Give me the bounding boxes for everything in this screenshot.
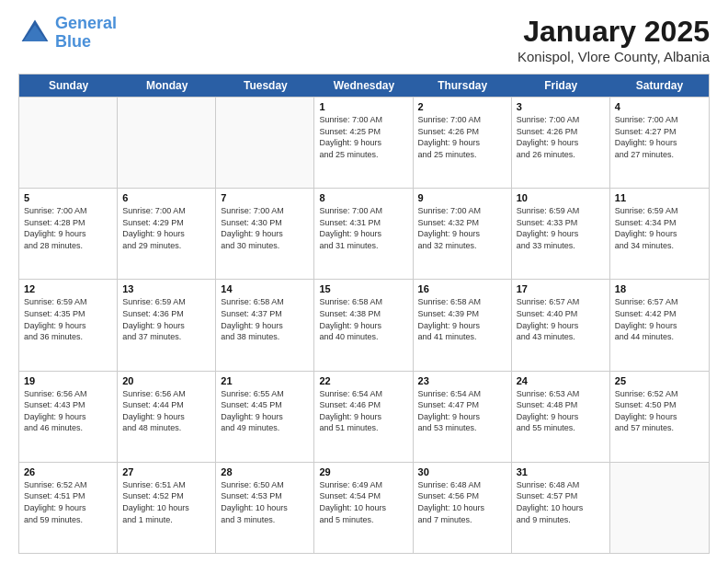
day-number: 27	[122, 466, 210, 477]
header: General Blue January 2025 Konispol, Vlor…	[18, 15, 710, 64]
day-cell-4: 4Sunrise: 7:00 AM Sunset: 4:27 PM Daylig…	[610, 98, 709, 188]
day-cell-25: 25Sunrise: 6:52 AM Sunset: 4:50 PM Dayli…	[610, 372, 709, 462]
header-day-saturday: Saturday	[610, 75, 709, 97]
calendar: SundayMondayTuesdayWednesdayThursdayFrid…	[18, 74, 710, 554]
day-cell-11: 11Sunrise: 6:59 AM Sunset: 4:34 PM Dayli…	[610, 189, 709, 279]
day-cell-23: 23Sunrise: 6:54 AM Sunset: 4:47 PM Dayli…	[414, 372, 512, 462]
day-number: 12	[24, 283, 112, 294]
day-info: Sunrise: 6:48 AM Sunset: 4:57 PM Dayligh…	[517, 479, 605, 525]
day-cell-30: 30Sunrise: 6:48 AM Sunset: 4:56 PM Dayli…	[414, 463, 512, 553]
day-info: Sunrise: 7:00 AM Sunset: 4:25 PM Dayligh…	[319, 114, 407, 160]
day-cell-28: 28Sunrise: 6:50 AM Sunset: 4:53 PM Dayli…	[216, 463, 314, 553]
day-info: Sunrise: 7:00 AM Sunset: 4:29 PM Dayligh…	[122, 205, 210, 251]
day-cell-9: 9Sunrise: 7:00 AM Sunset: 4:32 PM Daylig…	[414, 189, 512, 279]
calendar-body: 1Sunrise: 7:00 AM Sunset: 4:25 PM Daylig…	[19, 97, 709, 553]
day-cell-17: 17Sunrise: 6:57 AM Sunset: 4:40 PM Dayli…	[512, 280, 610, 370]
day-number: 13	[122, 283, 210, 294]
day-cell-21: 21Sunrise: 6:55 AM Sunset: 4:45 PM Dayli…	[216, 372, 314, 462]
day-info: Sunrise: 6:58 AM Sunset: 4:39 PM Dayligh…	[418, 296, 506, 342]
day-cell-20: 20Sunrise: 6:56 AM Sunset: 4:44 PM Dayli…	[118, 372, 216, 462]
day-number: 19	[24, 375, 112, 386]
day-number: 26	[24, 466, 112, 477]
header-day-friday: Friday	[512, 75, 610, 97]
header-day-wednesday: Wednesday	[314, 75, 413, 97]
day-number: 3	[517, 101, 605, 112]
day-cell-31: 31Sunrise: 6:48 AM Sunset: 4:57 PM Dayli…	[512, 463, 610, 553]
day-info: Sunrise: 6:53 AM Sunset: 4:48 PM Dayligh…	[517, 388, 605, 434]
header-day-monday: Monday	[118, 75, 216, 97]
day-info: Sunrise: 7:00 AM Sunset: 4:32 PM Dayligh…	[418, 205, 506, 251]
day-number: 28	[221, 466, 309, 477]
day-info: Sunrise: 6:50 AM Sunset: 4:53 PM Dayligh…	[221, 479, 309, 525]
day-number: 8	[319, 192, 407, 203]
day-info: Sunrise: 6:59 AM Sunset: 4:36 PM Dayligh…	[122, 296, 210, 342]
day-cell-2: 2Sunrise: 7:00 AM Sunset: 4:26 PM Daylig…	[414, 98, 512, 188]
day-cell-13: 13Sunrise: 6:59 AM Sunset: 4:36 PM Dayli…	[118, 280, 216, 370]
page: General Blue January 2025 Konispol, Vlor…	[0, 0, 728, 563]
header-day-sunday: Sunday	[19, 75, 118, 97]
day-info: Sunrise: 6:57 AM Sunset: 4:42 PM Dayligh…	[615, 296, 704, 342]
calendar-row-5: 26Sunrise: 6:52 AM Sunset: 4:51 PM Dayli…	[19, 462, 709, 553]
day-number: 7	[221, 192, 309, 203]
title-block: January 2025 Konispol, Vlore County, Alb…	[518, 15, 710, 64]
day-number: 21	[221, 375, 309, 386]
day-cell-7: 7Sunrise: 7:00 AM Sunset: 4:30 PM Daylig…	[216, 189, 314, 279]
calendar-row-1: 1Sunrise: 7:00 AM Sunset: 4:25 PM Daylig…	[19, 97, 709, 188]
day-number: 4	[615, 101, 704, 112]
day-number: 18	[615, 283, 704, 294]
day-cell-15: 15Sunrise: 6:58 AM Sunset: 4:38 PM Dayli…	[314, 280, 413, 370]
day-info: Sunrise: 6:56 AM Sunset: 4:43 PM Dayligh…	[24, 388, 112, 434]
empty-cell	[610, 463, 709, 553]
day-info: Sunrise: 6:58 AM Sunset: 4:37 PM Dayligh…	[221, 296, 309, 342]
calendar-row-3: 12Sunrise: 6:59 AM Sunset: 4:35 PM Dayli…	[19, 279, 709, 370]
calendar-row-4: 19Sunrise: 6:56 AM Sunset: 4:43 PM Dayli…	[19, 371, 709, 462]
day-info: Sunrise: 6:58 AM Sunset: 4:38 PM Dayligh…	[319, 296, 407, 342]
day-cell-24: 24Sunrise: 6:53 AM Sunset: 4:48 PM Dayli…	[512, 372, 610, 462]
day-number: 2	[418, 101, 506, 112]
day-number: 25	[615, 375, 704, 386]
day-info: Sunrise: 6:57 AM Sunset: 4:40 PM Dayligh…	[517, 296, 605, 342]
day-number: 10	[517, 192, 605, 203]
day-number: 20	[122, 375, 210, 386]
day-cell-27: 27Sunrise: 6:51 AM Sunset: 4:52 PM Dayli…	[118, 463, 216, 553]
day-cell-8: 8Sunrise: 7:00 AM Sunset: 4:31 PM Daylig…	[314, 189, 413, 279]
logo-text: General Blue	[55, 15, 117, 52]
day-info: Sunrise: 6:52 AM Sunset: 4:50 PM Dayligh…	[615, 388, 704, 434]
calendar-header: SundayMondayTuesdayWednesdayThursdayFrid…	[19, 75, 709, 97]
day-info: Sunrise: 6:59 AM Sunset: 4:35 PM Dayligh…	[24, 296, 112, 342]
day-number: 5	[24, 192, 112, 203]
day-cell-18: 18Sunrise: 6:57 AM Sunset: 4:42 PM Dayli…	[610, 280, 709, 370]
day-number: 23	[418, 375, 506, 386]
day-info: Sunrise: 6:54 AM Sunset: 4:47 PM Dayligh…	[418, 388, 506, 434]
day-info: Sunrise: 6:51 AM Sunset: 4:52 PM Dayligh…	[122, 479, 210, 525]
day-info: Sunrise: 7:00 AM Sunset: 4:31 PM Dayligh…	[319, 205, 407, 251]
day-cell-12: 12Sunrise: 6:59 AM Sunset: 4:35 PM Dayli…	[19, 280, 118, 370]
day-info: Sunrise: 7:00 AM Sunset: 4:26 PM Dayligh…	[517, 114, 605, 160]
logo-blue: Blue	[55, 32, 91, 51]
empty-cell	[19, 98, 118, 188]
day-cell-14: 14Sunrise: 6:58 AM Sunset: 4:37 PM Dayli…	[216, 280, 314, 370]
day-cell-10: 10Sunrise: 6:59 AM Sunset: 4:33 PM Dayli…	[512, 189, 610, 279]
day-cell-26: 26Sunrise: 6:52 AM Sunset: 4:51 PM Dayli…	[19, 463, 118, 553]
logo-icon	[18, 17, 51, 50]
day-info: Sunrise: 6:56 AM Sunset: 4:44 PM Dayligh…	[122, 388, 210, 434]
day-number: 17	[517, 283, 605, 294]
day-number: 15	[319, 283, 407, 294]
day-number: 31	[517, 466, 605, 477]
day-info: Sunrise: 6:55 AM Sunset: 4:45 PM Dayligh…	[221, 388, 309, 434]
header-day-thursday: Thursday	[414, 75, 512, 97]
day-number: 22	[319, 375, 407, 386]
day-info: Sunrise: 6:59 AM Sunset: 4:33 PM Dayligh…	[517, 205, 605, 251]
day-info: Sunrise: 6:59 AM Sunset: 4:34 PM Dayligh…	[615, 205, 704, 251]
day-number: 6	[122, 192, 210, 203]
day-cell-16: 16Sunrise: 6:58 AM Sunset: 4:39 PM Dayli…	[414, 280, 512, 370]
subtitle: Konispol, Vlore County, Albania	[518, 49, 710, 64]
day-number: 29	[319, 466, 407, 477]
day-number: 16	[418, 283, 506, 294]
day-cell-3: 3Sunrise: 7:00 AM Sunset: 4:26 PM Daylig…	[512, 98, 610, 188]
day-cell-29: 29Sunrise: 6:49 AM Sunset: 4:54 PM Dayli…	[314, 463, 413, 553]
day-cell-19: 19Sunrise: 6:56 AM Sunset: 4:43 PM Dayli…	[19, 372, 118, 462]
day-info: Sunrise: 6:54 AM Sunset: 4:46 PM Dayligh…	[319, 388, 407, 434]
day-number: 1	[319, 101, 407, 112]
day-info: Sunrise: 7:00 AM Sunset: 4:28 PM Dayligh…	[24, 205, 112, 251]
